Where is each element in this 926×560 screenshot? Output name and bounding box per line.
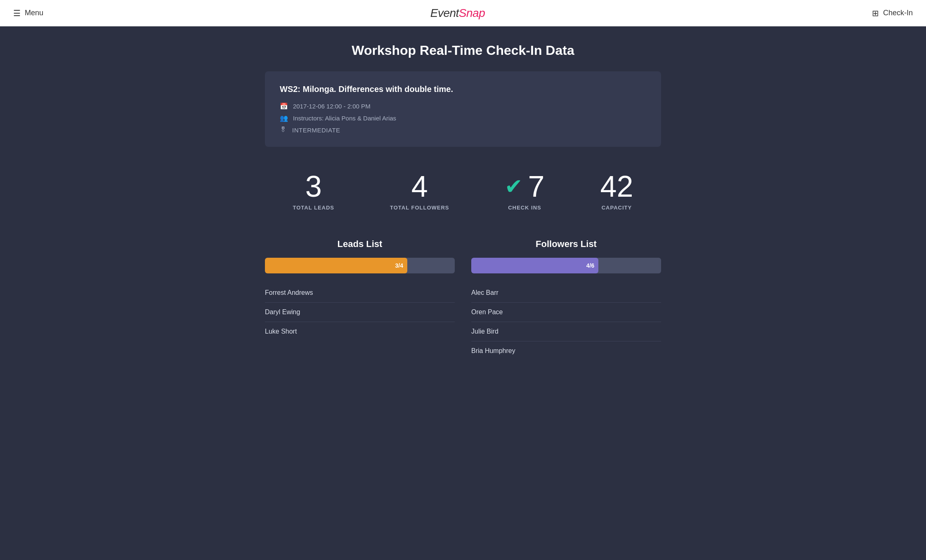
total-followers-number: 4 bbox=[411, 172, 428, 201]
leads-list-column: Leads List 3/4 Forrest AndrewsDaryl Ewin… bbox=[265, 239, 455, 360]
stat-capacity: 42 CAPACITY bbox=[600, 172, 633, 211]
stat-total-leads: 3 TOTAL LEADS bbox=[293, 172, 334, 211]
followers-progress-label: 4/6 bbox=[586, 262, 594, 269]
leads-name-list: Forrest AndrewsDaryl EwingLuke Short bbox=[265, 283, 455, 341]
followers-list-title: Followers List bbox=[471, 239, 661, 249]
calendar-icon: 📅 bbox=[280, 102, 288, 110]
header: ☰ Menu EventSnap ⊞ Check-In bbox=[0, 0, 926, 26]
followers-name-list: Alec BarrOren PaceJulie BirdBria Humphre… bbox=[471, 283, 661, 360]
check-ins-number: 7 bbox=[528, 172, 544, 201]
followers-list-column: Followers List 4/6 Alec BarrOren PaceJul… bbox=[471, 239, 661, 360]
qr-icon: ⊞ bbox=[872, 8, 879, 18]
main-content: Workshop Real-Time Check-In Data WS2: Mi… bbox=[257, 26, 669, 377]
check-ins-label: CHECK INS bbox=[508, 205, 541, 211]
stat-total-followers: 4 TOTAL FOLLOWERS bbox=[390, 172, 449, 211]
checkin-label: Check-In bbox=[883, 9, 913, 17]
capacity-number: 42 bbox=[600, 172, 633, 201]
workshop-card: WS2: Milonga. Differences with double ti… bbox=[265, 71, 661, 147]
list-item: Bria Humphrey bbox=[471, 341, 661, 360]
logo-snap-text: Snap bbox=[459, 7, 485, 19]
instructors-icon: 👥 bbox=[280, 114, 288, 122]
workshop-datetime-row: 📅 2017-12-06 12:00 - 2:00 PM bbox=[280, 102, 646, 110]
workshop-level-row: 🎖 INTERMEDIATE bbox=[280, 126, 646, 134]
workshop-instructors-row: 👥 Instructors: Alicia Pons & Daniel Aria… bbox=[280, 114, 646, 122]
menu-button[interactable]: ☰ Menu bbox=[13, 8, 43, 18]
leads-progress-label: 3/4 bbox=[395, 262, 403, 269]
leads-progress-fill: 3/4 bbox=[265, 258, 407, 273]
workshop-meta: 📅 2017-12-06 12:00 - 2:00 PM 👥 Instructo… bbox=[280, 102, 646, 134]
followers-progress-bar: 4/6 bbox=[471, 258, 661, 273]
list-item: Julie Bird bbox=[471, 322, 661, 341]
workshop-title: WS2: Milonga. Differences with double ti… bbox=[280, 85, 646, 94]
total-followers-label: TOTAL FOLLOWERS bbox=[390, 205, 449, 211]
leads-list-title: Leads List bbox=[265, 239, 455, 249]
total-leads-number: 3 bbox=[305, 172, 322, 201]
capacity-label: CAPACITY bbox=[602, 205, 632, 211]
checkin-stat-row: ✔ 7 bbox=[505, 172, 544, 201]
checkin-button[interactable]: ⊞ Check-In bbox=[872, 8, 913, 18]
lists-section: Leads List 3/4 Forrest AndrewsDaryl Ewin… bbox=[265, 239, 661, 360]
leads-progress-bar: 3/4 bbox=[265, 258, 455, 273]
total-leads-label: TOTAL LEADS bbox=[293, 205, 334, 211]
list-item: Luke Short bbox=[265, 322, 455, 341]
logo: EventSnap bbox=[430, 7, 485, 20]
workshop-datetime: 2017-12-06 12:00 - 2:00 PM bbox=[293, 103, 371, 110]
list-item: Forrest Andrews bbox=[265, 283, 455, 303]
workshop-instructors: Instructors: Alicia Pons & Daniel Arias bbox=[293, 115, 396, 122]
stats-row: 3 TOTAL LEADS 4 TOTAL FOLLOWERS ✔ 7 CHEC… bbox=[265, 163, 661, 219]
list-item: Daryl Ewing bbox=[265, 303, 455, 322]
workshop-level: INTERMEDIATE bbox=[292, 127, 340, 134]
stat-check-ins: ✔ 7 CHECK INS bbox=[505, 172, 544, 211]
checkmark-icon: ✔ bbox=[505, 176, 523, 197]
page-title: Workshop Real-Time Check-In Data bbox=[265, 43, 661, 58]
logo-event-text: Event bbox=[430, 7, 459, 19]
menu-label: Menu bbox=[25, 9, 43, 17]
list-item: Alec Barr bbox=[471, 283, 661, 303]
level-icon: 🎖 bbox=[280, 126, 287, 134]
followers-progress-fill: 4/6 bbox=[471, 258, 598, 273]
hamburger-icon: ☰ bbox=[13, 8, 21, 18]
list-item: Oren Pace bbox=[471, 303, 661, 322]
